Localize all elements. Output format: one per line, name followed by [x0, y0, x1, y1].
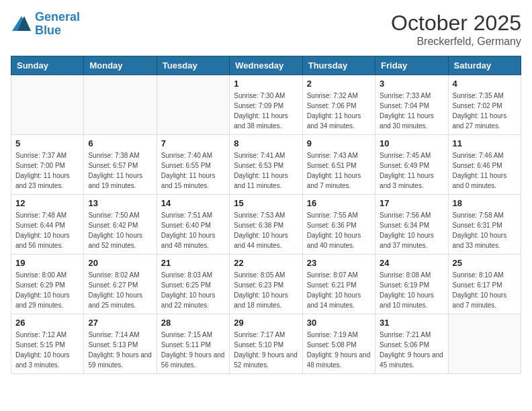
calendar-cell: 22Sunrise: 8:05 AM Sunset: 6:23 PM Dayli… — [230, 255, 302, 314]
day-number: 31 — [380, 318, 443, 328]
day-number: 11 — [453, 138, 517, 148]
day-info: Sunrise: 7:45 AM Sunset: 6:49 PM Dayligh… — [380, 150, 443, 191]
calendar-cell: 11Sunrise: 7:46 AM Sunset: 6:46 PM Dayli… — [448, 135, 521, 195]
day-info: Sunrise: 7:38 AM Sunset: 6:57 PM Dayligh… — [88, 150, 152, 191]
day-info: Sunrise: 7:12 AM Sunset: 5:15 PM Dayligh… — [15, 330, 79, 370]
calendar-cell: 12Sunrise: 7:48 AM Sunset: 6:44 PM Dayli… — [11, 195, 84, 255]
day-info: Sunrise: 8:10 AM Sunset: 6:17 PM Dayligh… — [453, 270, 517, 310]
day-number: 14 — [161, 198, 225, 208]
day-number: 2 — [307, 79, 371, 89]
calendar-cell: 8Sunrise: 7:41 AM Sunset: 6:53 PM Daylig… — [230, 135, 302, 195]
calendar-cell: 25Sunrise: 8:10 AM Sunset: 6:17 PM Dayli… — [448, 255, 521, 314]
weekday-header-friday: Friday — [375, 56, 448, 75]
calendar-cell: 26Sunrise: 7:12 AM Sunset: 5:15 PM Dayli… — [11, 314, 84, 374]
day-info: Sunrise: 8:08 AM Sunset: 6:19 PM Dayligh… — [380, 270, 443, 310]
day-info: Sunrise: 7:19 AM Sunset: 5:08 PM Dayligh… — [307, 330, 371, 370]
calendar-cell: 16Sunrise: 7:55 AM Sunset: 6:36 PM Dayli… — [302, 195, 375, 255]
calendar-cell — [448, 314, 521, 374]
weekday-header-monday: Monday — [84, 56, 157, 75]
month-heading: October 2025 — [391, 11, 521, 36]
calendar-cell: 17Sunrise: 7:56 AM Sunset: 6:34 PM Dayli… — [375, 195, 448, 255]
calendar-cell: 31Sunrise: 7:21 AM Sunset: 5:06 PM Dayli… — [375, 314, 448, 374]
day-number: 24 — [380, 258, 443, 268]
day-number: 12 — [15, 198, 79, 208]
day-info: Sunrise: 7:37 AM Sunset: 7:00 PM Dayligh… — [15, 150, 79, 191]
day-number: 17 — [380, 198, 443, 208]
day-info: Sunrise: 7:55 AM Sunset: 6:36 PM Dayligh… — [307, 210, 371, 250]
calendar-cell: 9Sunrise: 7:43 AM Sunset: 6:51 PM Daylig… — [302, 135, 375, 195]
day-number: 15 — [234, 198, 298, 208]
weekday-header-wednesday: Wednesday — [230, 56, 302, 75]
calendar-cell: 15Sunrise: 7:53 AM Sunset: 6:38 PM Dayli… — [230, 195, 302, 255]
calendar-cell: 7Sunrise: 7:40 AM Sunset: 6:55 PM Daylig… — [157, 135, 229, 195]
calendar-cell: 24Sunrise: 8:08 AM Sunset: 6:19 PM Dayli… — [375, 255, 448, 314]
day-info: Sunrise: 7:17 AM Sunset: 5:10 PM Dayligh… — [234, 330, 298, 370]
day-info: Sunrise: 7:46 AM Sunset: 6:46 PM Dayligh… — [453, 150, 517, 191]
month-title: October 2025 Breckerfeld, Germany — [391, 11, 521, 48]
calendar-cell — [11, 75, 84, 135]
page-header: General Blue October 2025 Breckerfeld, G… — [11, 11, 521, 48]
day-number: 22 — [234, 258, 298, 268]
day-number: 26 — [15, 318, 79, 328]
calendar-cell: 5Sunrise: 7:37 AM Sunset: 7:00 PM Daylig… — [11, 135, 84, 195]
day-info: Sunrise: 7:32 AM Sunset: 7:06 PM Dayligh… — [307, 91, 371, 131]
weekday-header-saturday: Saturday — [448, 56, 521, 75]
day-info: Sunrise: 7:50 AM Sunset: 6:42 PM Dayligh… — [88, 210, 152, 250]
day-number: 30 — [307, 318, 371, 328]
day-number: 7 — [161, 138, 225, 148]
day-info: Sunrise: 8:05 AM Sunset: 6:23 PM Dayligh… — [234, 270, 298, 310]
day-number: 9 — [307, 138, 371, 148]
calendar-cell: 4Sunrise: 7:35 AM Sunset: 7:02 PM Daylig… — [448, 75, 521, 135]
weekday-header-thursday: Thursday — [302, 56, 375, 75]
day-info: Sunrise: 7:15 AM Sunset: 5:11 PM Dayligh… — [161, 330, 225, 370]
calendar-cell: 19Sunrise: 8:00 AM Sunset: 6:29 PM Dayli… — [11, 255, 84, 314]
day-number: 1 — [234, 79, 298, 89]
day-info: Sunrise: 7:48 AM Sunset: 6:44 PM Dayligh… — [15, 210, 79, 250]
day-number: 4 — [453, 79, 517, 89]
calendar-cell: 30Sunrise: 7:19 AM Sunset: 5:08 PM Dayli… — [302, 314, 375, 374]
day-number: 8 — [234, 138, 298, 148]
day-info: Sunrise: 8:07 AM Sunset: 6:21 PM Dayligh… — [307, 270, 371, 310]
weekday-header-tuesday: Tuesday — [157, 56, 229, 75]
day-info: Sunrise: 7:33 AM Sunset: 7:04 PM Dayligh… — [380, 91, 443, 131]
day-number: 20 — [88, 258, 152, 268]
day-info: Sunrise: 8:00 AM Sunset: 6:29 PM Dayligh… — [15, 270, 79, 310]
day-info: Sunrise: 7:53 AM Sunset: 6:38 PM Dayligh… — [234, 210, 298, 250]
calendar-cell: 1Sunrise: 7:30 AM Sunset: 7:09 PM Daylig… — [230, 75, 302, 135]
calendar-cell: 13Sunrise: 7:50 AM Sunset: 6:42 PM Dayli… — [84, 195, 157, 255]
logo-line2: Blue — [35, 24, 61, 37]
week-row-3: 12Sunrise: 7:48 AM Sunset: 6:44 PM Dayli… — [11, 195, 521, 255]
day-info: Sunrise: 7:51 AM Sunset: 6:40 PM Dayligh… — [161, 210, 225, 250]
day-number: 5 — [15, 138, 79, 148]
day-info: Sunrise: 7:30 AM Sunset: 7:09 PM Dayligh… — [234, 91, 298, 131]
weekday-header-row: SundayMondayTuesdayWednesdayThursdayFrid… — [11, 56, 521, 75]
day-number: 21 — [161, 258, 225, 268]
calendar-cell: 2Sunrise: 7:32 AM Sunset: 7:06 PM Daylig… — [302, 75, 375, 135]
day-number: 6 — [88, 138, 152, 148]
week-row-4: 19Sunrise: 8:00 AM Sunset: 6:29 PM Dayli… — [11, 255, 521, 314]
day-number: 3 — [380, 79, 443, 89]
day-number: 27 — [88, 318, 152, 328]
calendar-cell — [157, 75, 229, 135]
day-info: Sunrise: 7:35 AM Sunset: 7:02 PM Dayligh… — [453, 91, 517, 131]
calendar-cell: 23Sunrise: 8:07 AM Sunset: 6:21 PM Dayli… — [302, 255, 375, 314]
day-info: Sunrise: 8:02 AM Sunset: 6:27 PM Dayligh… — [88, 270, 152, 310]
weekday-header-sunday: Sunday — [11, 56, 84, 75]
day-info: Sunrise: 7:58 AM Sunset: 6:31 PM Dayligh… — [453, 210, 517, 250]
calendar-cell: 27Sunrise: 7:14 AM Sunset: 5:13 PM Dayli… — [84, 314, 157, 374]
calendar-table: SundayMondayTuesdayWednesdayThursdayFrid… — [11, 56, 521, 374]
logo-icon — [11, 15, 32, 34]
calendar-cell: 14Sunrise: 7:51 AM Sunset: 6:40 PM Dayli… — [157, 195, 229, 255]
day-number: 23 — [307, 258, 371, 268]
day-number: 16 — [307, 198, 371, 208]
week-row-5: 26Sunrise: 7:12 AM Sunset: 5:15 PM Dayli… — [11, 314, 521, 374]
day-number: 25 — [453, 258, 517, 268]
logo-text: General Blue — [35, 11, 80, 38]
day-info: Sunrise: 7:56 AM Sunset: 6:34 PM Dayligh… — [380, 210, 443, 250]
week-row-1: 1Sunrise: 7:30 AM Sunset: 7:09 PM Daylig… — [11, 75, 521, 135]
day-number: 18 — [453, 198, 517, 208]
day-info: Sunrise: 7:21 AM Sunset: 5:06 PM Dayligh… — [380, 330, 443, 370]
location-heading: Breckerfeld, Germany — [391, 36, 521, 48]
calendar-cell: 3Sunrise: 7:33 AM Sunset: 7:04 PM Daylig… — [375, 75, 448, 135]
calendar-cell: 10Sunrise: 7:45 AM Sunset: 6:49 PM Dayli… — [375, 135, 448, 195]
